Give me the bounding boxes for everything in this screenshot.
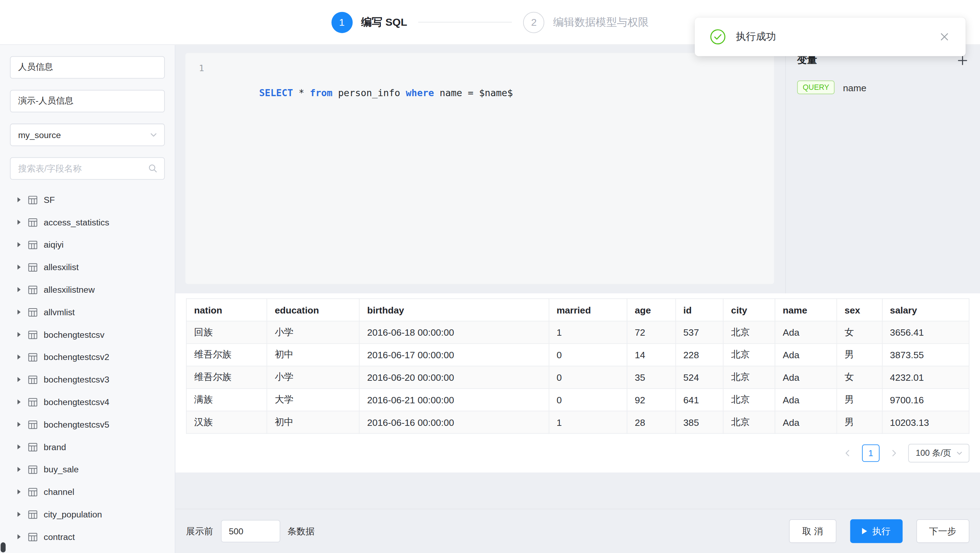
table-grid-icon: [28, 240, 38, 249]
table-grid-icon: [28, 218, 38, 227]
next-step-button[interactable]: 下一步: [916, 519, 969, 543]
caret-right-icon: [18, 242, 21, 247]
caret-right-icon: [18, 310, 21, 315]
action-buttons: 取 消 执行 下一步: [789, 519, 969, 543]
table-cell: 2016-06-17 00:00:00: [359, 343, 549, 366]
plus-icon: [958, 55, 967, 65]
table-cell: 小学: [267, 321, 359, 344]
column-header: sex: [837, 299, 882, 321]
table-cell: 524: [676, 366, 724, 389]
table-cell: 满族: [186, 389, 267, 411]
tree-item-table[interactable]: channel: [10, 480, 164, 503]
tree-item-table[interactable]: bochengtestcsv2: [10, 346, 164, 369]
table-cell: 2016-06-21 00:00:00: [359, 389, 549, 411]
table-cell: 北京: [723, 366, 775, 389]
table-cell: 男: [837, 389, 882, 411]
column-header: name: [775, 299, 837, 321]
table-row: 回族小学2016-06-18 00:00:00172537北京Ada女3656.…: [186, 321, 969, 344]
tree-item-label: brand: [44, 442, 66, 452]
next-page-button[interactable]: [886, 445, 902, 461]
caret-right-icon: [18, 265, 21, 269]
sql-editor[interactable]: 1 SELECT * from person_info where name =…: [185, 53, 774, 284]
tree-item-table[interactable]: allvmlist: [10, 301, 164, 323]
search-input[interactable]: [10, 157, 164, 180]
caret-right-icon: [18, 399, 21, 404]
table-cell: 385: [676, 411, 724, 434]
tree-item-table[interactable]: allesxilistnew: [10, 278, 164, 301]
table-cell: 回族: [186, 321, 267, 344]
tree-item-label: allesxilist: [44, 262, 78, 272]
tree-item-table[interactable]: allesxilist: [10, 256, 164, 279]
row-limit-input[interactable]: [221, 520, 280, 542]
tree-item-label: bochengtestcsv4: [44, 397, 109, 407]
close-icon[interactable]: [938, 31, 950, 43]
step2-label: 编辑数据模型与权限: [554, 15, 649, 30]
table-cell: 2016-06-18 00:00:00: [359, 321, 549, 344]
tree-item-table[interactable]: buy_sale: [10, 458, 164, 481]
table-cell: 1: [549, 411, 627, 434]
tree-item-table[interactable]: aiqiyi: [10, 234, 164, 256]
prev-page-button[interactable]: [840, 445, 856, 461]
limit-suffix-label: 条数据: [288, 525, 315, 537]
step1-label: 编写 SQL: [361, 15, 407, 30]
table-cell: 1: [549, 321, 627, 344]
caret-right-icon: [18, 534, 21, 539]
table-cell: 92: [627, 389, 676, 411]
table-row: 汉族初中2016-06-16 00:00:00128385北京Ada男10203…: [186, 411, 969, 434]
table-cell: 初中: [267, 343, 359, 366]
results-body: 回族小学2016-06-18 00:00:00172537北京Ada女3656.…: [186, 321, 969, 434]
tree-item-table[interactable]: contract: [10, 526, 164, 548]
model-name-input[interactable]: [10, 56, 164, 79]
tree-item-label: SF: [44, 195, 55, 205]
execute-label: 执行: [872, 525, 890, 537]
column-header: salary: [882, 299, 969, 321]
table-cell: 北京: [723, 321, 775, 344]
tree-item-table[interactable]: brand: [10, 436, 164, 458]
tree-item-table[interactable]: bochengtestcsv: [10, 323, 164, 346]
step1-circle: 1: [331, 12, 352, 33]
model-display-name-input[interactable]: [10, 90, 164, 112]
tree-item-label: bochengtestcsv3: [44, 374, 109, 384]
table-cell: 9700.16: [882, 389, 969, 411]
tree-item-label: allesxilistnew: [44, 284, 95, 294]
page-number-button[interactable]: 1: [862, 445, 880, 462]
table-grid-icon: [28, 307, 38, 317]
caret-right-icon: [18, 220, 21, 225]
footer-bar: 展示前 条数据 取 消 执行 下一步: [175, 509, 980, 553]
tree-item-table[interactable]: city_population: [10, 503, 164, 526]
table-grid-icon: [28, 442, 38, 451]
results-section: nationeducationbirthdaymarriedageidcityn…: [175, 293, 980, 473]
step-edit-model: 2 编辑数据模型与权限: [523, 12, 649, 33]
tree-item-table[interactable]: SF: [10, 188, 164, 211]
table-cell: 28: [627, 411, 676, 434]
execute-button[interactable]: 执行: [850, 519, 902, 543]
table-cell: Ada: [775, 366, 837, 389]
code-token: SELECT: [259, 87, 293, 99]
column-header: city: [723, 299, 775, 321]
table-cell: 0: [549, 389, 627, 411]
tree-item-label: bochengtestcsv: [44, 330, 104, 340]
table-cell: 大学: [267, 389, 359, 411]
tree-item-label: access_statistics: [44, 217, 109, 227]
scrollbar-thumb[interactable]: [1, 542, 6, 552]
caret-right-icon: [18, 354, 21, 359]
table-grid-icon: [28, 352, 38, 362]
main-content: 1 SELECT * from person_info where name =…: [175, 45, 980, 553]
tree-item-label: allvmlist: [44, 307, 75, 317]
cancel-button[interactable]: 取 消: [789, 519, 836, 543]
page-size-value: 100 条/页: [916, 448, 951, 459]
tree-item-table[interactable]: bochengtestcsv4: [10, 391, 164, 413]
variable-item[interactable]: QUERY name: [797, 81, 969, 94]
page-size-select[interactable]: 100 条/页: [908, 444, 969, 462]
code-token: *: [293, 87, 310, 99]
datasource-select[interactable]: my_source: [10, 124, 164, 146]
tree-item-table[interactable]: bochengtestcsv3: [10, 368, 164, 391]
tree-item-table[interactable]: bochengtestcsv5: [10, 413, 164, 436]
table-cell: 35: [627, 366, 676, 389]
table-grid-icon: [28, 195, 38, 205]
tree-item-table[interactable]: access_statistics: [10, 211, 164, 234]
column-header: education: [267, 299, 359, 321]
caret-right-icon: [18, 489, 21, 494]
table-row: 维吾尔族小学2016-06-20 00:00:00035524北京Ada女423…: [186, 366, 969, 389]
table-cell: 2016-06-20 00:00:00: [359, 366, 549, 389]
